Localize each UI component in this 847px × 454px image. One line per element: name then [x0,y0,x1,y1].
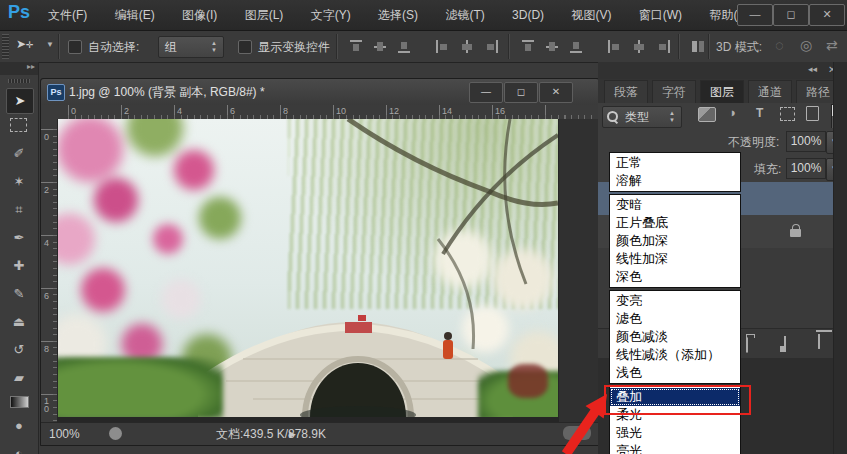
show-transform-label: 显示变换控件 [258,39,330,56]
distribute-bottom-edges-icon[interactable] [568,39,584,54]
filter-type-dropdown[interactable]: 类型 ▲▼ [602,106,682,128]
status-doc-icon[interactable] [109,427,122,440]
document-tab-title: 1.jpg @ 100% (背景 副本, RGB/8#) * [69,84,265,101]
distribute-vertical-centers-icon[interactable] [544,39,560,54]
blend-option[interactable]: 变暗 [610,196,740,214]
menu-select[interactable]: 选择(S) [366,0,430,30]
blend-option[interactable]: 深色 [610,268,740,286]
close-button[interactable]: ✕ [809,4,845,26]
ruler-horizontal: 0 2 4 6 8 10 12 14 16 [57,105,599,120]
filter-adjustment-layers-icon[interactable]: ◑ [728,105,736,120]
status-menu-arrow-icon[interactable]: ▶ [289,423,296,445]
scrollbar-corner[interactable] [563,426,591,440]
minimize-button[interactable]: — [737,4,773,26]
zoom-level[interactable]: 100% [49,423,80,445]
blend-option[interactable]: 正常 [610,154,740,172]
document-title-bar[interactable]: Ps 1.jpg @ 100% (背景 副本, RGB/8#) * — ◻ ✕ [41,79,599,106]
blend-option[interactable]: 溶解 [610,172,740,190]
maximize-button[interactable]: ◻ [773,4,809,26]
magic-wand-tool[interactable]: ✶ [6,170,32,194]
canvas-area [57,119,599,422]
clone-stamp-tool[interactable]: ⏏ [6,310,32,334]
toolbar-grip [8,79,30,83]
new-layer-icon[interactable] [784,336,786,352]
dodge-tool[interactable]: ◐ [6,442,32,454]
filter-pixel-layers-icon[interactable] [698,107,716,122]
lasso-tool[interactable]: ✐ [6,142,32,166]
rectangular-marquee-tool[interactable] [10,118,27,132]
document-window: Ps 1.jpg @ 100% (背景 副本, RGB/8#) * — ◻ ✕ … [40,78,600,446]
align-horizontal-centers-icon[interactable] [459,39,475,54]
tab-channels[interactable]: 通道 [748,80,792,103]
collapse-panels-icon[interactable]: ◂◂ [808,64,817,74]
collapse-panel-icon[interactable]: ▸▸ [0,62,38,75]
separator [678,34,680,59]
fill-value[interactable]: 100% [786,158,826,179]
doc-restore-button[interactable]: ◻ [504,82,538,103]
align-bottom-edges-icon[interactable] [396,39,412,54]
eyedropper-tool[interactable]: ✒ [6,226,32,250]
3d-pan-icon[interactable]: ⇄ [826,37,838,53]
auto-select-dropdown[interactable]: 组 ▲▼ [158,36,224,58]
blend-option[interactable]: 强光 [610,424,740,442]
tool-preset-caret-icon[interactable]: ▼ [46,40,54,49]
history-brush-tool[interactable]: ↺ [6,338,32,362]
menu-3d[interactable]: 3D(D) [500,0,556,30]
auto-align-layers-icon[interactable] [690,39,706,54]
blend-option[interactable]: 浅色 [610,364,740,382]
filter-smart-objects-icon[interactable] [806,106,819,121]
3d-orbit-icon[interactable]: ◌ [775,37,783,53]
auto-select-checkbox[interactable] [68,40,82,54]
align-right-edges-icon[interactable] [483,39,499,54]
eraser-tool[interactable]: ▰ [6,366,32,390]
show-transform-checkbox[interactable] [238,40,252,54]
blend-option[interactable]: 颜色减淡 [610,328,740,346]
menu-filter[interactable]: 滤镜(T) [433,0,496,30]
blend-option[interactable]: 滤色 [610,310,740,328]
menu-type[interactable]: 文字(Y) [299,0,363,30]
crop-tool[interactable]: ⌗ [6,198,32,222]
menu-view[interactable]: 视图(V) [559,0,623,30]
lock-icon [790,229,801,237]
menu-image[interactable]: 图像(I) [170,0,229,30]
ruler-tick-label: 6 [44,291,49,301]
blur-tool[interactable]: ● [6,414,32,438]
menu-edit[interactable]: 编辑(E) [103,0,167,30]
doc-close-button[interactable]: ✕ [539,82,573,103]
move-tool-icon[interactable]: ➤✛ [16,37,34,51]
opacity-value[interactable]: 100% [786,131,826,152]
tab-character[interactable]: 字符 [652,80,696,103]
status-bar: 100% 文档:439.5 K/878.9K ▶ [41,422,599,445]
red-shrub [508,364,548,398]
filter-type-layers-icon[interactable]: T [756,106,763,120]
blend-option[interactable]: 亮光 [610,442,740,454]
distribute-top-edges-icon[interactable] [520,39,536,54]
tab-layers[interactable]: 图层 [700,80,744,103]
doc-minimize-button[interactable]: — [469,82,503,103]
align-left-edges-icon[interactable] [435,39,451,54]
brush-tool[interactable]: ✎ [6,282,32,306]
filter-shape-layers-icon[interactable] [780,107,795,121]
align-top-edges-icon[interactable] [348,39,364,54]
blend-option[interactable]: 变亮 [610,292,740,310]
distribute-left-edges-icon[interactable] [607,39,623,54]
canvas-image[interactable] [58,119,558,417]
menu-window[interactable]: 窗口(W) [627,0,694,30]
delete-layer-icon[interactable] [818,334,820,349]
distribute-horizontal-centers-icon[interactable] [631,39,647,54]
align-vertical-centers-icon[interactable] [372,39,388,54]
gradient-tool[interactable] [10,396,29,408]
new-group-icon[interactable] [746,337,748,353]
move-tool[interactable]: ➤ [6,88,34,114]
blend-option[interactable]: 正片叠底 [610,214,740,232]
title-bar: Ps 文件(F) 编辑(E) 图像(I) 图层(L) 文字(Y) 选择(S) 滤… [0,0,847,31]
distribute-right-edges-icon[interactable] [655,39,671,54]
blend-option[interactable]: 线性加深 [610,250,740,268]
blend-option[interactable]: 线性减淡（添加） [610,346,740,364]
3d-roll-icon[interactable]: ◎ [800,37,812,53]
menu-file[interactable]: 文件(F) [36,0,99,30]
menu-layer[interactable]: 图层(L) [233,0,296,30]
blend-option[interactable]: 颜色加深 [610,232,740,250]
spot-healing-brush-tool[interactable]: ✚ [6,254,32,278]
tab-paragraph[interactable]: 段落 [604,80,648,103]
